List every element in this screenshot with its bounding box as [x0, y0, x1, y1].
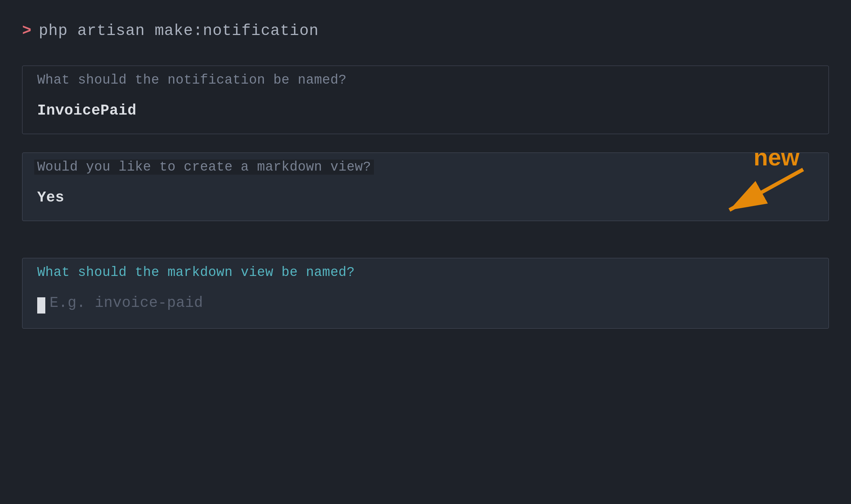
arrow-icon	[707, 162, 810, 221]
svg-line-1	[729, 169, 803, 210]
question3-label: What should the markdown view be named?	[34, 265, 358, 280]
question3-placeholder: E.g. invoice-paid	[50, 295, 203, 311]
question3-box[interactable]: What should the markdown view be named? …	[22, 258, 829, 329]
question3-input-line: E.g. invoice-paid	[37, 295, 814, 314]
arrow-container	[707, 162, 810, 223]
command-line: > php artisan make:notification	[22, 22, 829, 40]
terminal-container: > php artisan make:notification What sho…	[0, 0, 851, 504]
question2-label: Would you like to create a markdown view…	[34, 160, 374, 175]
prompt-arrow: >	[22, 22, 31, 40]
question1-label: What should the notification be named?	[34, 73, 350, 88]
question1-answer: InvoicePaid	[37, 102, 814, 119]
command-text: php artisan make:notification	[39, 22, 319, 40]
question1-box: What should the notification be named? I…	[22, 66, 829, 134]
question2-answer: Yes	[37, 189, 814, 206]
cursor-block	[37, 297, 45, 314]
